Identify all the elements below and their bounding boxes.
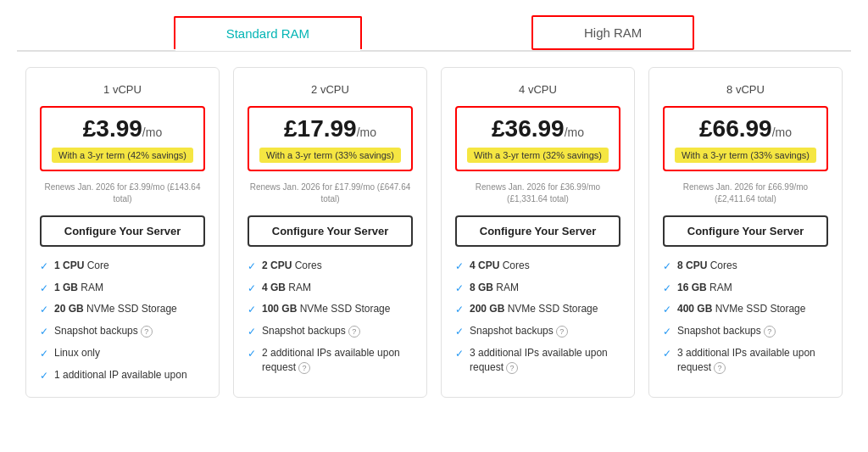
feature-item-2-0: ✓ 4 CPU Cores [455, 259, 620, 274]
price-main-2: £36.99/mo [467, 116, 609, 142]
renews-text-0: Renews Jan. 2026 for £3.99/mo (£143.64 t… [40, 181, 205, 205]
feature-item-3-1: ✓ 16 GB RAM [663, 281, 828, 296]
savings-badge-3: With a 3-yr term (33% savings) [675, 148, 816, 163]
feature-item-0-0: ✓ 1 CPU Core [40, 259, 205, 274]
feature-text-0-0: 1 CPU Core [54, 259, 109, 273]
help-icon[interactable]: ? [298, 362, 310, 374]
feature-text-0-3: Snapshot backups? [54, 324, 153, 338]
check-icon-2-2: ✓ [455, 303, 464, 317]
feature-item-0-3: ✓ Snapshot backups? [40, 324, 205, 339]
help-icon[interactable]: ? [506, 362, 518, 374]
feature-text-2-3: Snapshot backups? [470, 324, 568, 338]
feature-text-0-2: 20 GB NVMe SSD Storage [54, 302, 177, 316]
tab-bar: Standard RAM High RAM [17, 0, 851, 52]
plan-card-1: 2 vCPU £17.99/mo With a 3-yr term (33% s… [233, 67, 427, 398]
check-icon-1-4: ✓ [248, 347, 256, 361]
price-main-3: £66.99/mo [675, 116, 816, 142]
check-icon-0-0: ✓ [40, 259, 48, 274]
configure-button-0[interactable]: Configure Your Server [40, 215, 205, 247]
feature-text-1-0: 2 CPU Cores [262, 259, 322, 273]
tab-high-ram[interactable]: High RAM [531, 15, 694, 50]
price-box-3: £66.99/mo With a 3-yr term (33% savings) [663, 106, 828, 171]
check-icon-1-0: ✓ [248, 259, 256, 274]
check-icon-2-0: ✓ [455, 259, 464, 274]
plan-vcpu-2: 4 vCPU [455, 83, 620, 96]
page-container: Standard RAM High RAM 1 vCPU £3.99/mo Wi… [0, 0, 868, 415]
feature-text-3-4: 3 additional IPs available upon request? [677, 346, 828, 375]
feature-item-2-2: ✓ 200 GB NVMe SSD Storage [455, 302, 620, 317]
plan-vcpu-1: 2 vCPU [248, 83, 413, 96]
feature-text-1-2: 100 GB NVMe SSD Storage [262, 302, 390, 316]
check-icon-1-3: ✓ [248, 325, 256, 339]
feature-text-3-1: 16 GB RAM [677, 281, 732, 295]
feature-list-2: ✓ 4 CPU Cores ✓ 8 GB RAM ✓ 200 GB NVMe S… [455, 259, 620, 375]
feature-item-3-4: ✓ 3 additional IPs available upon reques… [663, 346, 828, 375]
feature-text-3-0: 8 CPU Cores [677, 259, 737, 273]
check-icon-3-2: ✓ [663, 303, 671, 317]
feature-item-1-4: ✓ 2 additional IPs available upon reques… [248, 346, 413, 375]
savings-badge-1: With a 3-yr term (33% savings) [259, 148, 401, 163]
feature-text-1-4: 2 additional IPs available upon request? [262, 346, 413, 375]
savings-badge-0: With a 3-yr term (42% savings) [52, 148, 193, 163]
feature-item-2-4: ✓ 3 additional IPs available upon reques… [455, 346, 620, 375]
feature-text-3-2: 400 GB NVMe SSD Storage [677, 302, 805, 316]
feature-text-2-1: 8 GB RAM [470, 281, 519, 295]
savings-badge-2: With a 3-yr term (32% savings) [467, 148, 609, 163]
price-box-2: £36.99/mo With a 3-yr term (32% savings) [455, 106, 620, 171]
help-icon[interactable]: ? [348, 326, 360, 338]
plan-vcpu-0: 1 vCPU [40, 83, 205, 96]
feature-item-0-4: ✓ Linux only [40, 346, 205, 361]
tab-standard-ram[interactable]: Standard RAM [174, 16, 362, 49]
feature-item-1-2: ✓ 100 GB NVMe SSD Storage [248, 302, 413, 317]
feature-text-0-4: Linux only [54, 346, 100, 360]
plan-vcpu-3: 8 vCPU [663, 83, 828, 96]
price-box-1: £17.99/mo With a 3-yr term (33% savings) [248, 106, 413, 171]
help-icon[interactable]: ? [556, 326, 568, 338]
help-icon[interactable]: ? [141, 326, 153, 338]
feature-text-1-1: 4 GB RAM [262, 281, 311, 295]
renews-text-3: Renews Jan. 2026 for £66.99/mo (£2,411.6… [663, 181, 828, 205]
configure-button-3[interactable]: Configure Your Server [663, 215, 828, 247]
feature-item-3-0: ✓ 8 CPU Cores [663, 259, 828, 274]
help-icon[interactable]: ? [714, 362, 726, 374]
feature-item-2-1: ✓ 8 GB RAM [455, 281, 620, 296]
configure-button-1[interactable]: Configure Your Server [248, 215, 413, 247]
price-box-0: £3.99/mo With a 3-yr term (42% savings) [40, 106, 205, 171]
feature-text-1-3: Snapshot backups? [262, 324, 360, 338]
renews-text-2: Renews Jan. 2026 for £36.99/mo (£1,331.6… [455, 181, 620, 205]
check-icon-3-4: ✓ [663, 347, 671, 361]
check-icon-2-1: ✓ [455, 282, 464, 296]
feature-list-3: ✓ 8 CPU Cores ✓ 16 GB RAM ✓ 400 GB NVMe … [663, 259, 828, 375]
feature-item-3-2: ✓ 400 GB NVMe SSD Storage [663, 302, 828, 317]
help-icon[interactable]: ? [764, 326, 776, 338]
feature-text-2-2: 200 GB NVMe SSD Storage [470, 302, 598, 316]
feature-text-3-3: Snapshot backups? [677, 324, 776, 338]
feature-text-2-0: 4 CPU Cores [470, 259, 530, 273]
check-icon-0-1: ✓ [40, 282, 48, 296]
plans-grid: 1 vCPU £3.99/mo With a 3-yr term (42% sa… [17, 67, 851, 415]
check-icon-3-0: ✓ [663, 259, 671, 274]
feature-text-2-4: 3 additional IPs available upon request? [470, 346, 620, 375]
check-icon-2-3: ✓ [455, 325, 464, 339]
feature-item-1-1: ✓ 4 GB RAM [248, 281, 413, 296]
price-main-1: £17.99/mo [259, 116, 401, 142]
feature-list-1: ✓ 2 CPU Cores ✓ 4 GB RAM ✓ 100 GB NVMe S… [248, 259, 413, 375]
check-icon-3-3: ✓ [663, 325, 671, 339]
plan-card-2: 4 vCPU £36.99/mo With a 3-yr term (32% s… [441, 67, 635, 398]
check-icon-1-2: ✓ [248, 303, 256, 317]
check-icon-3-1: ✓ [663, 282, 671, 296]
check-icon-0-2: ✓ [40, 303, 48, 317]
check-icon-0-4: ✓ [40, 347, 48, 361]
feature-item-0-2: ✓ 20 GB NVMe SSD Storage [40, 302, 205, 317]
feature-item-0-5: ✓ 1 additional IP available upon [40, 368, 205, 383]
feature-item-0-1: ✓ 1 GB RAM [40, 281, 205, 296]
configure-button-2[interactable]: Configure Your Server [455, 215, 620, 247]
plan-card-0: 1 vCPU £3.99/mo With a 3-yr term (42% sa… [25, 67, 220, 398]
feature-text-0-1: 1 GB RAM [54, 281, 103, 295]
feature-text-0-5: 1 additional IP available upon [54, 368, 187, 382]
check-icon-0-5: ✓ [40, 369, 48, 383]
feature-item-2-3: ✓ Snapshot backups? [455, 324, 620, 339]
feature-item-1-0: ✓ 2 CPU Cores [248, 259, 413, 274]
check-icon-0-3: ✓ [40, 325, 48, 339]
feature-item-1-3: ✓ Snapshot backups? [248, 324, 413, 339]
